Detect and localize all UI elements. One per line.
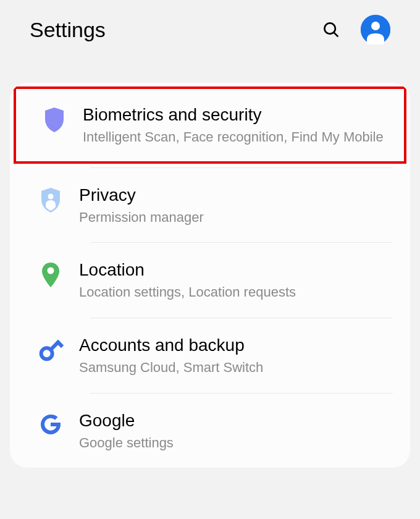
text-col: Location Location settings, Location req… [79,259,395,302]
list-item-accounts[interactable]: Accounts and backup Samsung Cloud, Smart… [10,318,410,393]
item-subtitle: Samsung Cloud, Smart Switch [79,358,395,377]
icon-col [22,334,79,377]
svg-point-4 [48,193,54,199]
text-col: Accounts and backup Samsung Cloud, Smart… [79,334,395,377]
item-title: Privacy [79,184,395,206]
search-icon [322,20,340,39]
text-col: Google Google settings [79,410,395,452]
shield-icon [43,106,66,133]
item-title: Location [79,259,395,281]
header-actions [321,15,390,44]
item-subtitle: Intelligent Scan, Face recognition, Find… [83,128,392,146]
list-item-privacy[interactable]: Privacy Permission manager [10,168,410,243]
location-pin-icon [40,261,61,289]
list-item-location[interactable]: Location Location settings, Location req… [10,243,410,318]
svg-point-3 [371,22,380,30]
search-button[interactable] [321,20,341,40]
item-subtitle: Location settings, Location requests [79,283,395,302]
icon-col [22,410,79,452]
key-icon [38,337,64,363]
text-col: Privacy Permission manager [79,184,395,227]
list-item-biometrics[interactable]: Biometrics and security Intelligent Scan… [14,86,406,164]
settings-card: Biometrics and security Intelligent Scan… [10,83,410,468]
page-title: Settings [30,18,321,42]
icon-col [22,259,79,302]
google-icon [38,412,63,437]
account-button[interactable] [361,15,390,44]
svg-point-5 [48,268,54,274]
icon-col [26,104,83,146]
list-item-google[interactable]: Google Google settings [10,394,410,468]
item-title: Biometrics and security [83,104,392,125]
item-title: Accounts and backup [79,334,395,356]
text-col: Biometrics and security Intelligent Scan… [83,104,392,146]
privacy-shield-icon [39,187,62,214]
item-subtitle: Permission manager [79,208,395,227]
svg-line-1 [334,32,337,36]
icon-col [22,184,79,227]
account-icon [361,15,390,44]
header: Settings [0,0,420,64]
item-title: Google [79,410,395,431]
item-subtitle: Google settings [79,434,395,452]
